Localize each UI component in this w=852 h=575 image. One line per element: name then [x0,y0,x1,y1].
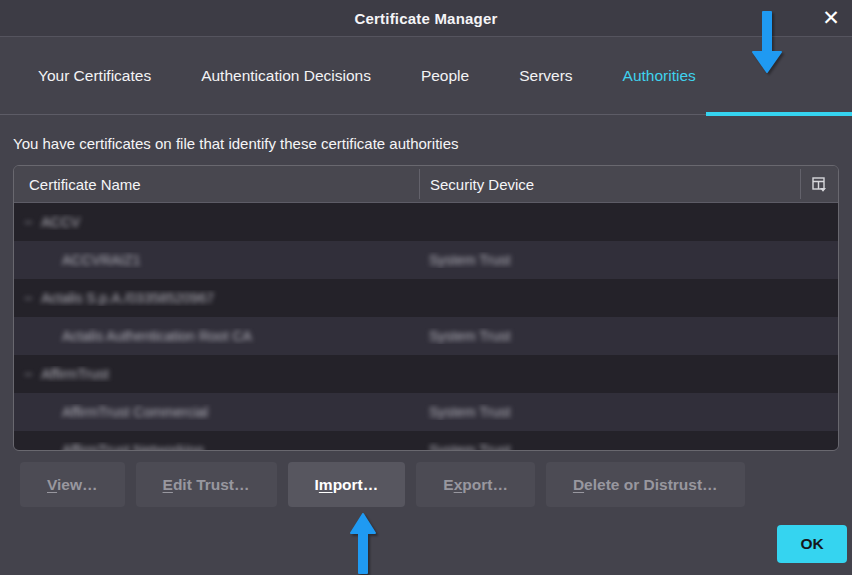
tab-servers[interactable]: Servers [519,67,572,85]
security-device: System Trust [429,442,511,450]
certificate-name: Actalis Authentication Root CA [62,328,252,344]
certificate-manager-dialog: Certificate Manager ✕ Your Certificates … [0,0,852,575]
tab-authentication-decisions[interactable]: Authentication Decisions [201,67,371,85]
table-row[interactable]: AffirmTrust Networking System Trust [14,431,838,450]
active-tab-underline [706,112,852,116]
certificate-name: AffirmTrust Commercial [62,404,208,420]
action-buttons-row: View… Edit Trust… Import… Export… Delete… [20,462,839,507]
import-button[interactable]: Import… [288,462,406,507]
ok-button[interactable]: OK [777,525,847,563]
column-picker-icon[interactable] [801,166,838,202]
security-device: System Trust [429,404,511,420]
certificates-table: Certificate Name Security Device −ACCV A… [13,165,839,451]
tab-authorities[interactable]: Authorities [623,67,696,85]
collapse-twisty-icon[interactable]: − [24,366,32,382]
view-button[interactable]: View… [20,462,125,507]
table-row[interactable]: −Actalis S.p.A./03358520967 [14,279,838,317]
certificate-name: AffirmTrust [41,366,109,382]
table-row[interactable]: Actalis Authentication Root CA System Tr… [14,317,838,355]
column-header-certificate-name[interactable]: Certificate Name [14,166,419,202]
tab-your-certificates[interactable]: Your Certificates [38,67,151,85]
export-button[interactable]: Export… [416,462,535,507]
security-device: System Trust [429,252,511,268]
security-device: System Trust [429,328,511,344]
table-header: Certificate Name Security Device [14,166,838,203]
column-header-security-device[interactable]: Security Device [420,166,800,202]
certificate-name: ACCV [41,214,80,230]
tab-people[interactable]: People [421,67,469,85]
edit-trust-button[interactable]: Edit Trust… [136,462,277,507]
table-row[interactable]: AffirmTrust Commercial System Trust [14,393,838,431]
collapse-twisty-icon[interactable]: − [24,214,32,230]
intro-text: You have certificates on file that ident… [13,135,839,152]
certificate-name: AffirmTrust Networking [62,442,204,450]
collapse-twisty-icon[interactable]: − [24,290,32,306]
tab-bar: Your Certificates Authentication Decisio… [0,37,852,115]
close-icon[interactable]: ✕ [816,3,846,33]
dialog-title: Certificate Manager [354,10,497,27]
up-arrow-icon [348,512,378,575]
titlebar: Certificate Manager ✕ [0,0,852,37]
certificate-name: ACCVRAIZ1 [62,252,141,268]
table-row[interactable]: −ACCV [14,203,838,241]
delete-or-distrust-button[interactable]: Delete or Distrust… [546,462,745,507]
certificate-name: Actalis S.p.A./03358520967 [41,290,214,306]
table-row[interactable]: ACCVRAIZ1 System Trust [14,241,838,279]
table-body: −ACCV ACCVRAIZ1 System Trust −Actalis S.… [14,203,838,450]
table-row[interactable]: −AffirmTrust [14,355,838,393]
